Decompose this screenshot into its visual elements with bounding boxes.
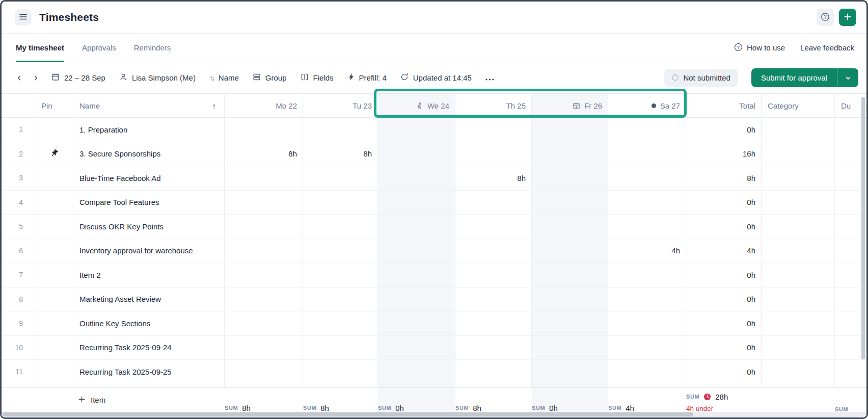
- hours-cell[interactable]: [532, 191, 608, 215]
- hours-cell[interactable]: [455, 191, 532, 215]
- hours-cell[interactable]: 8h: [303, 142, 378, 166]
- pin-cell[interactable]: [35, 263, 73, 287]
- hours-cell[interactable]: [378, 191, 455, 215]
- hours-cell[interactable]: [225, 287, 303, 311]
- column-header-day-4[interactable]: Th 25: [455, 94, 532, 117]
- task-name-cell[interactable]: Item 2: [73, 263, 225, 287]
- hours-cell[interactable]: [303, 191, 378, 215]
- hours-cell[interactable]: [532, 311, 608, 335]
- hours-cell[interactable]: [225, 166, 303, 190]
- hours-cell[interactable]: [225, 360, 303, 384]
- hours-cell[interactable]: [378, 336, 455, 360]
- add-button[interactable]: [839, 9, 856, 26]
- submit-for-approval-button[interactable]: Submit for approval: [751, 68, 858, 87]
- add-item-button[interactable]: Item: [73, 396, 225, 405]
- hours-cell[interactable]: [303, 166, 378, 190]
- hours-cell[interactable]: [303, 263, 378, 287]
- user-filter[interactable]: Lisa Simpson (Me): [119, 73, 196, 83]
- category-cell[interactable]: [762, 336, 835, 360]
- how-to-use-link[interactable]: ? How to use: [734, 43, 785, 53]
- more-options-button[interactable]: [485, 73, 494, 82]
- hours-cell[interactable]: 8h: [225, 142, 303, 166]
- hamburger-menu-button[interactable]: [15, 9, 31, 25]
- pin-cell[interactable]: [35, 215, 73, 239]
- hours-cell[interactable]: [532, 336, 608, 360]
- hours-cell[interactable]: [608, 360, 686, 384]
- pin-cell[interactable]: [35, 142, 73, 166]
- category-cell[interactable]: [762, 142, 835, 166]
- hours-cell[interactable]: [532, 118, 608, 142]
- category-cell[interactable]: [762, 118, 835, 142]
- hours-cell[interactable]: [225, 215, 303, 239]
- column-header-name[interactable]: Name↑: [73, 94, 225, 117]
- hours-cell[interactable]: [532, 142, 608, 166]
- task-name-cell[interactable]: Outline Key Sections: [73, 311, 225, 335]
- hours-cell[interactable]: [225, 311, 303, 335]
- category-cell[interactable]: [762, 166, 835, 190]
- hours-cell[interactable]: [608, 263, 686, 287]
- leave-feedback-link[interactable]: Leave feedback: [800, 43, 854, 52]
- hours-cell[interactable]: [455, 263, 532, 287]
- date-range-selector[interactable]: 22 – 28 Sep: [51, 73, 105, 83]
- sort-control[interactable]: ↑↓ Name: [209, 73, 239, 82]
- pin-cell[interactable]: [35, 311, 73, 335]
- hours-cell[interactable]: [455, 360, 532, 384]
- refresh-status[interactable]: Updated at 14:45: [400, 73, 472, 83]
- category-cell[interactable]: [762, 263, 835, 287]
- category-cell[interactable]: [762, 239, 835, 263]
- task-name-cell[interactable]: Compare Tool Features: [73, 191, 225, 215]
- hours-cell[interactable]: [378, 142, 455, 166]
- hours-cell[interactable]: [532, 360, 608, 384]
- hours-cell[interactable]: [608, 215, 686, 239]
- task-name-cell[interactable]: Marketing Asset Review: [73, 287, 225, 311]
- column-header-pin[interactable]: Pin: [35, 94, 73, 117]
- hours-cell[interactable]: [303, 239, 378, 263]
- pin-cell[interactable]: [35, 360, 73, 384]
- hours-cell[interactable]: [225, 239, 303, 263]
- hours-cell[interactable]: 8h: [455, 166, 532, 190]
- task-name-cell[interactable]: Inventory approval for warehouse: [73, 239, 225, 263]
- hours-cell[interactable]: [455, 239, 532, 263]
- pin-cell[interactable]: [35, 336, 73, 360]
- hours-cell[interactable]: [455, 118, 532, 142]
- category-cell[interactable]: [762, 287, 835, 311]
- hours-cell[interactable]: [532, 239, 608, 263]
- pin-cell[interactable]: [35, 166, 73, 190]
- column-header-day-1[interactable]: Mo 22: [225, 94, 303, 117]
- tab-approvals[interactable]: Approvals: [82, 34, 116, 62]
- column-header-category[interactable]: Category: [762, 94, 835, 117]
- hours-cell[interactable]: [378, 287, 455, 311]
- category-cell[interactable]: [762, 215, 835, 239]
- hours-cell[interactable]: [225, 336, 303, 360]
- hours-cell[interactable]: [225, 263, 303, 287]
- column-header-day-3[interactable]: We 24: [378, 94, 455, 117]
- hours-cell[interactable]: [532, 287, 608, 311]
- pin-cell[interactable]: [35, 239, 73, 263]
- fields-control[interactable]: Fields: [301, 73, 334, 83]
- hours-cell[interactable]: [455, 287, 532, 311]
- hours-cell[interactable]: [378, 311, 455, 335]
- hours-cell[interactable]: [455, 142, 532, 166]
- column-header-day-6[interactable]: Sa 27: [608, 94, 686, 117]
- hours-cell[interactable]: [608, 191, 686, 215]
- hours-cell[interactable]: [303, 287, 378, 311]
- hours-cell[interactable]: [532, 263, 608, 287]
- category-cell[interactable]: [762, 311, 835, 335]
- category-cell[interactable]: [762, 360, 835, 384]
- task-name-cell[interactable]: Discuss OKR Key Points: [73, 215, 225, 239]
- hours-cell[interactable]: [608, 287, 686, 311]
- hours-cell[interactable]: [225, 118, 303, 142]
- hours-cell[interactable]: [608, 336, 686, 360]
- hours-cell[interactable]: [303, 336, 378, 360]
- hours-cell[interactable]: [378, 166, 455, 190]
- vertical-scrollbar[interactable]: [861, 97, 865, 359]
- group-control[interactable]: Group: [253, 73, 287, 83]
- hours-cell[interactable]: [225, 191, 303, 215]
- task-name-cell[interactable]: 1. Preparation: [73, 118, 225, 142]
- task-name-cell[interactable]: Blue-Time Facebook Ad: [73, 166, 225, 190]
- pin-cell[interactable]: [35, 118, 73, 142]
- chevron-down-icon[interactable]: [837, 68, 858, 87]
- horizontal-scrollbar-thumb[interactable]: [3, 412, 693, 416]
- task-name-cell[interactable]: Recurring Task 2025-09-25: [73, 360, 225, 384]
- hours-cell[interactable]: [378, 360, 455, 384]
